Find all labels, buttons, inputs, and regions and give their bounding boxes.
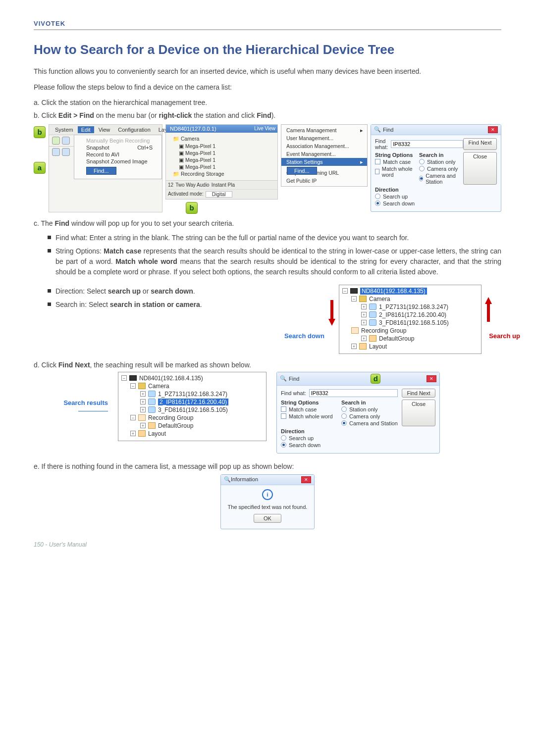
search-down-radio-2[interactable]: Search down: [281, 442, 337, 448]
find-icon: 🔍: [280, 375, 287, 382]
step-e: e. If there is nothing found in the came…: [34, 462, 501, 470]
edit-begin-recording[interactable]: Manually Begin Recording: [86, 137, 158, 144]
tree-rec-group[interactable]: Recording Group: [361, 327, 406, 334]
result-cam3[interactable]: 3_FD8161(192.168.5.105): [158, 406, 228, 413]
result-default-group[interactable]: DefaultGroup: [158, 422, 193, 429]
bullet-string-options: String Options: Match case represents th…: [48, 245, 501, 279]
arrow-down-icon: [328, 319, 335, 326]
station-only-radio[interactable]: Station only: [419, 159, 459, 165]
station-icon: [129, 375, 137, 381]
info-title: Information: [231, 476, 258, 482]
menu-view[interactable]: View: [95, 126, 114, 133]
result-layout[interactable]: Layout: [148, 430, 166, 437]
match-whole-word-checkbox-2[interactable]: Match whole word: [281, 413, 337, 419]
find-icon: 🔍: [374, 126, 381, 133]
tree-expand-icon[interactable]: [62, 148, 70, 156]
marker-d: d: [371, 374, 380, 384]
tree-camera-folder[interactable]: 📁 Camera: [169, 135, 274, 143]
marker-b-1: b: [34, 126, 46, 138]
result-camera[interactable]: Camera: [148, 383, 169, 390]
tree-cam-4[interactable]: ▣ Mega-Pixel 1: [169, 163, 274, 170]
tree-cam-1[interactable]: ▣ Mega-Pixel 1: [169, 143, 274, 150]
info-close-x[interactable]: ✕: [301, 476, 311, 483]
tree-recording-storage[interactable]: 📁 Recording Storage: [169, 170, 274, 178]
tree-root[interactable]: ND8401(192.168.4.135): [360, 288, 427, 295]
page-title: How to Search for a Device on the Hierar…: [34, 42, 501, 57]
tree-default-group[interactable]: DefaultGroup: [379, 335, 414, 342]
step-d: d. Click Find Next, the seaching result …: [34, 361, 501, 369]
tree-root-caption: Live View: [254, 126, 275, 132]
intro-2: Please follow the steps below to find a …: [34, 82, 501, 93]
header-rule: [34, 29, 501, 30]
ctx-event-mgmt[interactable]: Event Management...: [281, 150, 367, 158]
folder-icon: [138, 383, 146, 389]
menu-system[interactable]: System: [52, 126, 77, 133]
result-rec-group[interactable]: Recording Group: [148, 414, 193, 421]
ctx-user-mgmt[interactable]: User Management...: [281, 134, 367, 142]
tree-camera[interactable]: Camera: [369, 296, 390, 302]
info-ok-button[interactable]: OK: [254, 514, 281, 523]
camera-and-station-radio[interactable]: Camera and Station: [419, 173, 459, 185]
camera-icon: [369, 303, 376, 310]
info-title-icon: 🔍: [224, 476, 231, 482]
ctx-find[interactable]: Find...: [287, 167, 317, 175]
match-case-checkbox-2[interactable]: Match case: [281, 406, 337, 412]
result-root[interactable]: ND8401(192.168.4.135): [139, 375, 203, 382]
find-what-label-2: Find what:: [281, 390, 306, 396]
ctx-station-settings[interactable]: Station Settings: [281, 158, 367, 166]
menubar: System Edit View Configuration Layout: [49, 125, 162, 135]
find-close-button[interactable]: Close: [463, 152, 497, 185]
ctx-assoc-mgmt[interactable]: Association Management...: [281, 142, 367, 150]
station-only-radio-2[interactable]: Station only: [341, 406, 398, 412]
tree-cam-3[interactable]: ▣ Mega-Pixel 1: [169, 156, 274, 163]
edit-record-avi[interactable]: Record to AVI: [86, 151, 158, 158]
folder-icon: [351, 327, 359, 334]
search-in-header-2: Search in: [341, 400, 398, 405]
camera-icon: [369, 319, 376, 326]
find-dialog-1: 🔍Find ✕ Find what: c Find Next String Op…: [371, 124, 501, 212]
camera-only-radio-2[interactable]: Camera only: [341, 413, 398, 419]
tab-instant-playback[interactable]: Instant Pla: [212, 182, 235, 188]
tree-cam2[interactable]: 2_IP8161(172.16.200.40): [379, 311, 446, 318]
station-icon: [350, 288, 358, 294]
result-cam2-selected[interactable]: 2_IP8161(172.16.200.40): [158, 399, 228, 405]
find-next-button-2[interactable]: Find Next: [402, 389, 435, 398]
snapshot-icon[interactable]: [62, 137, 70, 145]
search-down-radio[interactable]: Search down: [375, 201, 415, 206]
menu-edit[interactable]: Edit: [78, 126, 94, 133]
camera-and-station-radio-2[interactable]: Camera and Station: [341, 420, 398, 426]
bullet-findwhat: Find what: Enter a string in the blank. …: [48, 231, 501, 245]
match-case-checkbox[interactable]: Match case: [375, 159, 415, 165]
result-cam1[interactable]: 1_PZ7131(192.168.3.247): [158, 391, 227, 398]
group-icon: [369, 335, 376, 342]
edit-snapshot-zoomed[interactable]: Snapshot Zoomed Image: [86, 158, 158, 165]
find-close-x[interactable]: ✕: [488, 126, 498, 133]
tab-two-way-audio[interactable]: Two Way Audio: [175, 182, 210, 188]
find-what-input[interactable]: [391, 140, 463, 148]
ctx-camera-mgmt[interactable]: Camera Management: [281, 126, 367, 134]
tree-cam3[interactable]: 3_FD8161(192.168.5.105): [379, 319, 449, 326]
match-whole-word-checkbox[interactable]: Match whole word: [375, 166, 415, 178]
power-icon[interactable]: [52, 137, 60, 145]
tree-collapse-icon[interactable]: [52, 148, 60, 156]
menu-configuration[interactable]: Configuration: [114, 126, 154, 133]
search-up-radio-2[interactable]: Search up: [281, 435, 337, 441]
edit-find[interactable]: Find...: [86, 167, 116, 175]
expand-icon[interactable]: −: [342, 288, 348, 294]
ctx-get-public-ip[interactable]: Get Public IP: [281, 177, 367, 185]
direction-header: Direction: [375, 187, 415, 193]
find-close-x-2[interactable]: ✕: [427, 375, 436, 382]
tree-cam1[interactable]: 1_PZ7131(192.168.3.247): [379, 303, 448, 310]
camera-only-radio[interactable]: Camera only: [419, 166, 459, 172]
camera-icon: [369, 311, 376, 318]
find-close-button-2[interactable]: Close: [402, 400, 435, 426]
find-next-button[interactable]: Find Next: [463, 138, 497, 150]
find-what-input-2[interactable]: [309, 389, 398, 397]
layout-icon: [359, 343, 367, 350]
tree-cam-2[interactable]: ▣ Mega-Pixel 1: [169, 150, 274, 156]
search-up-radio[interactable]: Search up: [375, 194, 415, 200]
search-in-header: Search in: [419, 152, 459, 158]
tree-layout[interactable]: Layout: [369, 343, 387, 350]
edit-snapshot[interactable]: SnapshotCtrl+S: [86, 144, 158, 151]
find-title: Find: [383, 127, 393, 133]
